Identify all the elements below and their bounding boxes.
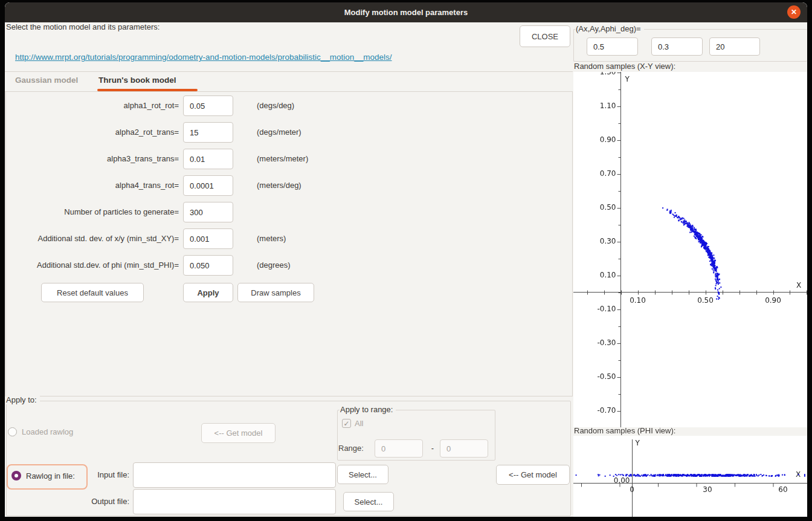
range-label: Range: [338,439,372,458]
param-label: alpha2_rot_trans= [5,122,179,143]
ay-input[interactable] [651,37,703,56]
loaded-rawlog-label: Loaded rawlog [22,427,73,436]
form-row: alpha4_trans_rot= (meters/deg) [5,175,367,196]
param-label: Additional std. dev. of x/y (min_std_XY)… [5,228,179,249]
all-option[interactable]: ✓ All [342,418,363,428]
output-file-label: Output file: [64,489,129,514]
output-file-field[interactable] [133,489,336,514]
xy-view-canvas [573,72,807,427]
alpha3-input[interactable] [183,149,233,169]
param-unit: (meters/meter) [257,149,308,169]
get-model-loaded-button[interactable]: <-- Get model [201,423,276,443]
form-row: Additional std.dev. of phi (min_std_PHI)… [5,255,367,276]
range-dash: - [428,439,437,458]
phi-view-title: Random samples (PHI view): [574,426,675,435]
tabbar-top-divider [5,71,573,72]
form-row: alpha3_trans_trans= (meters/meter) [5,149,367,169]
phi-view-canvas [573,436,807,517]
all-checkbox-label: All [355,419,363,428]
screen: Modify motion model parameters ✕ Select … [0,0,812,521]
rawlog-in-file-label: Rawlog in file: [26,471,75,481]
param-unit: (degs/deg) [257,95,294,116]
xy-view-title: Random samples (X-Y view): [574,62,675,71]
select-input-file-button[interactable]: Select... [337,465,388,484]
form-row: alpha1_rot_rot= (degs/deg) [5,95,367,116]
loaded-rawlog-radio-icon[interactable] [8,427,17,436]
draw-samples-button[interactable]: Draw samples [237,283,314,302]
apply-to-legend: Apply to: [6,395,40,404]
input-file-label: Input file: [69,462,129,488]
param-label: alpha3_trans_trans= [5,149,179,169]
rawlog-in-file-option[interactable]: Rawlog in file: [11,467,75,485]
instruction-label: Select the motion model and its paramete… [6,22,160,31]
alpha2-input[interactable] [183,122,233,143]
select-output-file-button[interactable]: Select... [343,492,394,511]
param-unit: (degs/meter) [257,122,301,143]
tab-gaussian-model[interactable]: Gaussian model [15,76,78,85]
pose-increment-label: (Ax,Ay,Aphi_deg)= [575,24,644,33]
reset-defaults-button[interactable]: Reset default values [41,283,144,302]
param-label: Number of particles to generate= [5,202,179,222]
tab-thruns-book-model[interactable]: Thrun's book model [98,76,176,85]
get-model-file-button[interactable]: <-- Get model [496,465,570,485]
input-file-field[interactable] [133,462,336,488]
alpha1-input[interactable] [183,95,233,116]
alpha4-input[interactable] [183,175,233,196]
all-checkbox-icon[interactable]: ✓ [342,419,351,428]
param-label: alpha1_rot_rot= [5,95,179,116]
dialog-window: Modify motion model parameters ✕ Select … [5,2,807,517]
min-std-phi-input[interactable] [183,255,233,276]
range-from-input[interactable] [375,439,423,458]
param-unit: (degrees) [257,255,291,276]
param-unit: (meters/deg) [257,175,301,196]
param-label: alpha4_trans_rot= [5,175,179,196]
form-row: alpha2_rot_trans= (degs/meter) [5,122,367,143]
form-row: Number of particles to generate= [5,202,367,222]
window-close-icon[interactable]: ✕ [787,5,801,19]
apply-to-range-legend: Apply to range: [340,405,396,414]
rawlog-in-file-radio-icon[interactable] [11,471,21,481]
loaded-rawlog-option[interactable]: Loaded rawlog [8,423,73,440]
param-label: Additional std.dev. of phi (min_std_PHI)… [5,255,179,276]
tutorial-link[interactable]: http://www.mrpt.org/tutorials/programmin… [15,53,392,62]
titlebar[interactable]: Modify motion model parameters ✕ [5,2,807,22]
apply-button[interactable]: Apply [183,283,233,302]
form-row: Additional std. dev. of x/y (min_std_XY)… [5,228,367,249]
ax-input[interactable] [587,37,638,56]
range-to-input[interactable] [440,439,488,458]
min-std-xy-input[interactable] [183,228,233,249]
window-title: Modify motion model parameters [5,2,807,22]
particles-input[interactable] [183,202,233,222]
param-unit: (meters) [257,228,286,249]
aphi-input[interactable] [709,37,760,56]
close-dialog-button[interactable]: CLOSE [520,25,570,47]
